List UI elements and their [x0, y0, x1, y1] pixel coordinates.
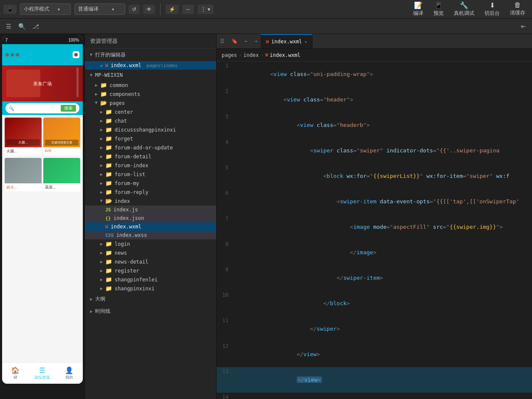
back-btn[interactable]: ←: [241, 34, 251, 48]
line-content-3: <view class="headerb">: [234, 112, 532, 138]
edit-icon: ↔: [186, 6, 191, 12]
index-folder-icon: 📂: [105, 198, 112, 204]
line-num-10: 10: [217, 291, 234, 316]
simulator-btn[interactable]: 📱: [3, 5, 17, 14]
open-editors-section[interactable]: ▶ 打开的编辑器: [85, 49, 216, 61]
forward-btn[interactable]: →: [251, 34, 261, 48]
layers-icon-btn[interactable]: ⋮ ▾: [197, 5, 214, 14]
phone-search-input[interactable]: 🔍 搜索: [6, 103, 79, 113]
file-index-wxml[interactable]: W index.wxml: [85, 222, 216, 231]
menu-btn[interactable]: ☰: [3, 21, 14, 31]
backend-btn[interactable]: ⬇ 切后台: [481, 0, 503, 18]
record-btn[interactable]: [73, 51, 79, 58]
open-editors-chevron: ▶: [89, 53, 94, 56]
line-content-2: <view class="header">: [234, 87, 532, 112]
line-content-5: <block wx:for="{{swiperList}}" wx:for-it…: [234, 163, 532, 189]
nav-item-profile[interactable]: 👤 我的: [56, 363, 82, 384]
code-line-4: 4 <swiper class="swiper" indicator-dots=…: [217, 138, 532, 163]
nav-item-home[interactable]: 🏠 研: [2, 363, 29, 384]
folder-shangpinxinxi[interactable]: ▶ 📁 shangpinxinxi: [85, 284, 216, 293]
clear-cache-icon: 🗑: [514, 1, 521, 9]
line-content-12: </view>: [234, 342, 532, 367]
login-chevron: ▶: [100, 242, 103, 246]
shangpinxinxi-label: shangpinxinxi: [115, 286, 155, 292]
folder-forum-index[interactable]: ▶ 📁 forum-index: [85, 161, 216, 170]
phone-bottom-nav: 🏠 研 ☰ 论坛交流 👤 我的: [2, 362, 83, 384]
timeline-section-header[interactable]: ▶ 时间线: [85, 305, 216, 318]
breadcrumb-file[interactable]: W index.wxml: [265, 52, 301, 58]
folder-forum-add-or-update[interactable]: ▶ 📁 forum-add-or-update: [85, 143, 216, 152]
file-index-js[interactable]: JS index.js: [85, 205, 216, 214]
file-index-json[interactable]: {} index.json: [85, 214, 216, 222]
project-section[interactable]: ▶ MP-WEIXIN: [85, 70, 216, 81]
wxml-icon: W: [105, 63, 108, 68]
sidebar-toggle-icon: ☰: [220, 38, 225, 44]
preview-btn[interactable]: 📱 预览: [430, 0, 447, 18]
search-btn-toolbar[interactable]: 🔍: [16, 21, 28, 31]
phone-battery: 100%: [68, 38, 79, 42]
collapse-btn[interactable]: ⇤: [518, 21, 529, 31]
center-folder-icon: 📁: [105, 109, 112, 115]
tab-index-wxml[interactable]: W index.wxml ✕: [261, 34, 312, 48]
forum-index-chevron: ▶: [100, 163, 103, 168]
compile-btn[interactable]: 📝 编译: [410, 0, 427, 18]
news-detail-folder-icon: 📁: [105, 259, 112, 265]
file-index-wxss[interactable]: CSS index.wxss: [85, 231, 216, 239]
index-chevron: ▶: [99, 200, 104, 202]
edit-icon-btn[interactable]: ↔: [182, 5, 194, 14]
folder-forum-my[interactable]: ▶ 📁 forum-my: [85, 179, 216, 188]
folder-forum-list[interactable]: ▶ 📁 forum-list: [85, 170, 216, 179]
folder-forum-reply[interactable]: ▶ 📁 forum-reply: [85, 188, 216, 197]
folder-news-detail[interactable]: ▶ 📁 news-detail: [85, 257, 216, 266]
compile-dropdown[interactable]: 普通编译 ▾: [74, 3, 125, 15]
bookmark-icon-btn[interactable]: 🔖: [228, 34, 241, 48]
editor-sidebar-icon[interactable]: ☰: [217, 34, 228, 48]
refresh-btn[interactable]: ↺: [129, 5, 140, 14]
folder-forget[interactable]: ▶ 📁 forget: [85, 134, 216, 143]
line-content-9: </swiper-item>: [234, 265, 532, 291]
folder-center[interactable]: ▶ 📁 center: [85, 107, 216, 116]
breadcrumb-pages[interactable]: pages: [222, 52, 237, 58]
folder-components[interactable]: ▶ 📁 components: [85, 90, 216, 98]
folder-discussshangpinxinxi[interactable]: ▶ 📁 discussshangpinxinxi: [85, 125, 216, 134]
nav-item-forum[interactable]: ☰ 论坛交流: [29, 363, 56, 384]
open-file-item[interactable]: ✕ W index.wxml pages\index: [85, 61, 216, 70]
preview-icon-btn[interactable]: 👁: [143, 5, 155, 14]
code-line-11: 11 </swiper>: [217, 316, 532, 342]
food-grid-2: 卤火... 蔬菜...: [2, 158, 83, 191]
breadcrumb-index[interactable]: index: [243, 52, 259, 58]
close-icon[interactable]: ✕: [100, 63, 103, 68]
folder-register[interactable]: ▶ 📁 register: [85, 266, 216, 275]
news-folder-icon: 📁: [105, 250, 112, 256]
line-num-1: 1: [217, 62, 234, 87]
outline-section-header[interactable]: ▶ 大纲: [85, 293, 216, 305]
clear-cache-btn[interactable]: 🗑 清缓存: [507, 0, 529, 18]
folder-pages[interactable]: ▶ 📂 pages: [85, 98, 216, 107]
food-card-2[interactable]: 宜威俏塘黄豆腐 ¥29: [43, 118, 80, 155]
line-num-13: 13: [217, 367, 234, 393]
phone-search-button[interactable]: 搜索: [61, 105, 76, 112]
common-label: common: [110, 82, 128, 88]
mode-dropdown[interactable]: 小程序模式 ▾: [20, 3, 71, 15]
forum-reply-label: forum-reply: [115, 189, 148, 195]
folder-news[interactable]: ▶ 📁 news: [85, 248, 216, 257]
debug-icon-btn[interactable]: ⚡: [166, 5, 179, 14]
editor-tabs: ☰ 🔖 ← → W index.wxml ✕: [217, 34, 532, 49]
food-card-3[interactable]: 卤火...: [5, 158, 42, 191]
folder-chat[interactable]: ▶ 📁 chat: [85, 116, 216, 125]
code-editor[interactable]: 1 <view class="uni-padding-wrap"> ▷ swip…: [217, 62, 532, 399]
real-debug-btn[interactable]: 🔧 真机调试: [450, 0, 478, 18]
line-num-3: 3: [217, 112, 234, 138]
folder-shangpinfenlei[interactable]: ▶ 📁 shangpinfenlei: [85, 275, 216, 284]
backend-icon: ⬇: [490, 1, 495, 9]
folder-login[interactable]: ▶ 📁 login: [85, 239, 216, 248]
layers-arrow: ▾: [208, 6, 210, 12]
folder-common[interactable]: ▶ 📁 common: [85, 81, 216, 90]
folder-index[interactable]: ▶ 📂 index: [85, 197, 216, 205]
food-card-1[interactable]: 火腿... 火腿...: [5, 118, 42, 155]
food-card-4[interactable]: 蔬菜...: [43, 158, 80, 191]
folder-forum-detail[interactable]: ▶ 📁 forum-detail: [85, 152, 216, 161]
git-btn[interactable]: ⎇: [30, 21, 42, 31]
forget-folder-icon: 📁: [105, 135, 112, 142]
tab-close-btn[interactable]: ✕: [304, 39, 307, 44]
